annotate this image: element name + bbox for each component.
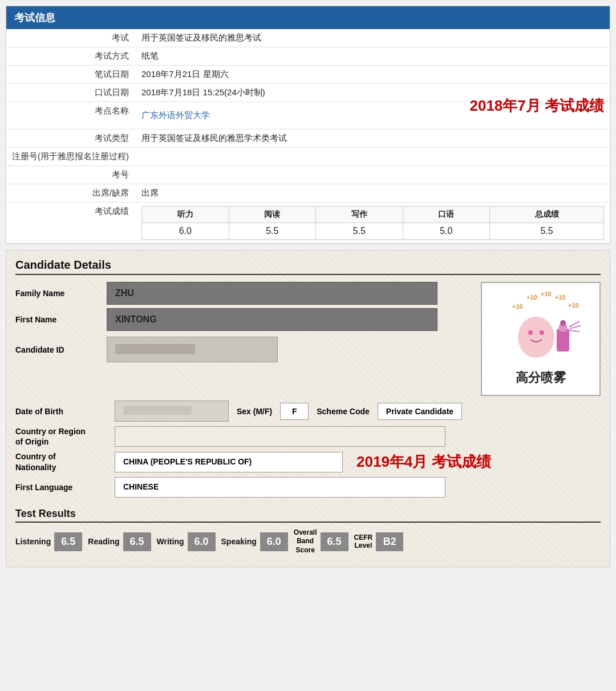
reg-number-row: 注册号(用于雅思报名注册过程) <box>6 148 610 166</box>
cefr-item: CEFRLevel B2 <box>354 532 404 551</box>
listening-label: Listening <box>15 537 51 546</box>
scores-values: 6.0 5.5 5.5 5.0 5.5 <box>142 223 604 240</box>
overall-band-label: OverallBandScore <box>294 528 317 555</box>
first-language-value: CHINESE <box>115 477 445 498</box>
country-nationality-label: Country ofNationality <box>15 451 107 472</box>
exam-method-label: 考试方式 <box>6 47 136 66</box>
candidate-fields-left: Family Name ZHU First Name XINTONG Candi… <box>15 282 472 396</box>
country-origin-value <box>115 426 445 447</box>
exam-type-label: 考试 <box>6 29 136 47</box>
cefr-label: CEFRLevel <box>354 534 373 549</box>
cefr-score-badge: B2 <box>376 532 403 551</box>
first-language-label: First Language <box>15 483 107 492</box>
reg-number-label: 注册号(用于雅思报名注册过程) <box>6 148 136 166</box>
attendance-row: 出席/缺席 出席 <box>6 184 610 203</box>
speaking-score: 5.0 <box>403 223 490 240</box>
mascot-caption: 高分喷雾 <box>516 369 566 386</box>
candidate-details-section: Candidate Details Family Name ZHU First … <box>6 250 610 567</box>
writing-item: Writing 6.0 <box>157 532 216 551</box>
scores-section-row: 考试成绩 听力 阅读 写作 口语 总成绩 6.0 5.5 5.5 5.0 <box>6 203 610 244</box>
written-date-label: 笔试日期 <box>6 66 136 84</box>
year-label-2019: 2019年4月 考试成绩 <box>356 452 491 472</box>
test-results-row: Listening 6.5 Reading 6.5 Writing 6.0 Sp… <box>15 528 601 555</box>
exam-category-row: 考试类型 用于英国签证及移民的雅思学术类考试 <box>6 130 610 148</box>
reading-score-badge: 6.5 <box>123 532 151 551</box>
first-name-row: First Name XINTONG <box>15 308 472 331</box>
speaking-label: Speaking <box>221 537 257 546</box>
scores-table: 听力 阅读 写作 口语 总成绩 6.0 5.5 5.5 5.0 5.5 <box>141 206 604 240</box>
oral-date-label: 口试日期 <box>6 84 136 102</box>
venue-link[interactable]: 广东外语外贸大学 <box>141 110 210 121</box>
country-nationality-value: CHINA (PEOPLE'S REPUBLIC OF) <box>115 452 343 472</box>
attendance-value: 出席 <box>136 184 610 203</box>
svg-text:+10: +10 <box>555 294 566 301</box>
svg-text:+10: +10 <box>512 303 523 310</box>
first-language-row: First Language CHINESE <box>15 477 601 498</box>
country-nationality-row: Country ofNationality CHINA (PEOPLE'S RE… <box>15 451 601 472</box>
mascot-container: +10 +10 +10 +10 +10 <box>481 282 601 396</box>
exam-type-value: 用于英国签证及移民的雅思考试 <box>136 29 610 47</box>
writing-score-badge: 6.0 <box>188 532 216 551</box>
written-date-row: 笔试日期 2018年7月21日 星期六 <box>6 66 610 84</box>
writing-score: 5.5 <box>316 223 403 240</box>
test-results-section: Test Results Listening 6.5 Reading 6.5 W… <box>15 508 601 555</box>
attendance-label: 出席/缺席 <box>6 184 136 203</box>
svg-rect-8 <box>557 329 569 351</box>
listening-score-badge: 6.5 <box>54 532 82 551</box>
exam-number-value <box>136 166 610 184</box>
exam-info-table: 考试 用于英国签证及移民的雅思考试 考试方式 纸笔 笔试日期 2018年7月21… <box>6 29 610 244</box>
first-name-box: XINTONG <box>107 308 437 331</box>
reading-header: 阅读 <box>229 207 316 223</box>
candidate-top-area: Family Name ZHU First Name XINTONG Candi… <box>15 282 601 396</box>
svg-text:+10: +10 <box>541 292 552 297</box>
dob-sex-scheme-row: Date of Birth Sex (M/F) F Scheme Code Pr… <box>15 401 601 422</box>
venue-value-cell: 广东外语外贸大学 2018年7月 考试成绩 <box>136 102 610 130</box>
svg-point-5 <box>518 317 554 358</box>
scheme-code-value: Private Candidate <box>378 403 462 420</box>
total-header: 总成绩 <box>490 207 604 223</box>
exam-method-row: 考试方式 纸笔 <box>6 47 610 66</box>
listening-item: Listening 6.5 <box>15 532 82 551</box>
exam-type-row: 考试 用于英国签证及移民的雅思考试 <box>6 29 610 47</box>
overall-item: OverallBandScore 6.5 <box>294 528 348 555</box>
scores-section-label: 考试成绩 <box>6 203 136 244</box>
scheme-code-label: Scheme Code <box>317 407 370 416</box>
speaking-score-badge: 6.0 <box>260 532 288 551</box>
speaking-item: Speaking 6.0 <box>221 532 288 551</box>
reading-item: Reading 6.5 <box>88 532 151 551</box>
country-origin-label: Country or Regionof Origin <box>15 426 107 447</box>
candidate-id-label: Candidate ID <box>15 345 107 354</box>
exam-method-value: 纸笔 <box>136 47 610 66</box>
reading-score: 5.5 <box>229 223 316 240</box>
dob-label: Date of Birth <box>15 407 107 416</box>
year-label-2018: 2018年7月 考试成绩 <box>469 96 604 116</box>
svg-point-6 <box>528 330 533 335</box>
dob-value <box>115 401 229 422</box>
overall-score-badge: 6.5 <box>321 532 348 551</box>
family-name-row: Family Name ZHU <box>15 282 472 305</box>
svg-line-13 <box>569 330 579 332</box>
writing-label: Writing <box>157 537 184 546</box>
exam-info-section: 考试信息 考试 用于英国签证及移民的雅思考试 考试方式 纸笔 笔试日期 2018… <box>6 6 610 244</box>
exam-category-value: 用于英国签证及移民的雅思学术类考试 <box>136 130 610 148</box>
candidate-details-title: Candidate Details <box>15 258 601 275</box>
country-origin-row: Country or Regionof Origin <box>15 426 601 447</box>
family-name-label: Family Name <box>15 289 107 298</box>
writing-header: 写作 <box>316 207 403 223</box>
sex-value: F <box>280 403 309 420</box>
venue-label: 考点名称 <box>6 102 136 130</box>
sex-label: Sex (M/F) <box>237 407 272 416</box>
family-name-value: ZHU <box>107 282 437 305</box>
written-date-value: 2018年7月21日 星期六 <box>136 66 610 84</box>
speaking-header: 口语 <box>403 207 490 223</box>
first-name-value: XINTONG <box>107 308 437 331</box>
svg-text:+10: +10 <box>526 294 537 301</box>
total-score: 5.5 <box>490 223 604 240</box>
venue-row: 考点名称 广东外语外贸大学 2018年7月 考试成绩 <box>6 102 610 130</box>
family-name-box: ZHU <box>107 282 437 305</box>
scores-header: 听力 阅读 写作 口语 总成绩 <box>142 207 604 223</box>
svg-point-10 <box>560 320 566 326</box>
candidate-id-box <box>107 337 278 362</box>
exam-info-header: 考试信息 <box>6 6 610 29</box>
reg-number-value <box>136 148 610 166</box>
